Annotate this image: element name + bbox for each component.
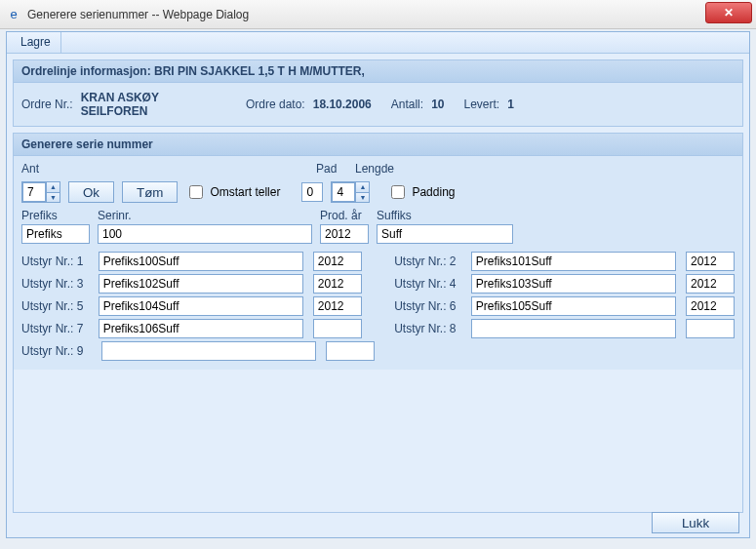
item-label: Utstyr Nr.: 7	[21, 322, 89, 335]
item-label: Utstyr Nr.: 5	[21, 299, 89, 313]
lengde-label: Lengde	[355, 162, 394, 176]
item-year-input[interactable]	[313, 274, 362, 294]
levert-value: 1	[507, 98, 514, 111]
item-year-input[interactable]	[686, 274, 735, 294]
item-label: Utstyr Nr.: 1	[21, 255, 89, 268]
dialog-footer: Lukk	[652, 512, 739, 533]
prodar-label: Prod. år	[320, 209, 369, 222]
ordre-dato-value: 18.10.2006	[313, 98, 372, 111]
padding-checkbox-input[interactable]	[391, 185, 405, 199]
lengde-stepper[interactable]: ▲ ▼	[331, 181, 370, 203]
item-year-input[interactable]	[313, 319, 362, 338]
item-year-input[interactable]	[686, 296, 735, 316]
ant-up-icon[interactable]: ▲	[46, 182, 60, 192]
ordre-nr-value: KRAN ASKØY SEILFOREN	[81, 91, 198, 118]
item-label: Utstyr Nr.: 9	[21, 344, 92, 358]
orderinfo-body: Ordre Nr.: KRAN ASKØY SEILFOREN Ordre da…	[14, 83, 742, 126]
lengde-down-icon[interactable]: ▼	[355, 192, 369, 203]
item-label: Utstyr Nr.: 3	[21, 277, 89, 291]
levert-label: Levert:	[463, 98, 499, 111]
tom-button[interactable]: Tøm	[122, 181, 178, 203]
antall-value: 10	[431, 98, 444, 111]
orderinfo-head-value: BRI PIN SJAKKEL 1,5 T H M/MUTTER,	[154, 64, 365, 78]
ordre-nr-label: Ordre Nr.:	[21, 98, 73, 111]
ok-button[interactable]: Ok	[68, 181, 114, 203]
item-serial-input[interactable]	[471, 274, 676, 294]
lukk-button[interactable]: Lukk	[652, 512, 739, 533]
padding-label: Padding	[412, 185, 455, 199]
item-label: Utstyr Nr.: 8	[394, 322, 461, 335]
menu-lagre[interactable]: Lagre	[11, 32, 61, 53]
prodar-input[interactable]	[320, 224, 369, 244]
lengde-up-icon[interactable]: ▲	[355, 182, 369, 192]
padding-checkbox[interactable]: Padding	[387, 182, 455, 202]
item-year-input[interactable]	[313, 252, 362, 271]
item-year-input[interactable]	[326, 341, 375, 361]
ant-down-icon[interactable]: ▼	[46, 192, 60, 203]
item-serial-input[interactable]	[471, 319, 676, 338]
omstart-checkbox[interactable]: Omstart teller	[185, 182, 280, 202]
omstart-checkbox-input[interactable]	[189, 185, 203, 199]
prefiks-input[interactable]	[21, 224, 90, 244]
antall-label: Antall:	[391, 98, 423, 111]
item-serial-input[interactable]	[101, 341, 316, 361]
item-serial-input[interactable]	[99, 319, 303, 338]
ordre-dato-label: Ordre dato:	[246, 98, 305, 111]
window-title: Generere serienummer -- Webpage Dialog	[27, 8, 750, 21]
suffiks-input[interactable]	[377, 224, 513, 244]
item-serial-input[interactable]	[471, 252, 676, 271]
ie-icon: e	[6, 7, 21, 22]
dialog-frame: Lagre Ordrelinje informasjon: BRI PIN SJ…	[6, 31, 750, 538]
item-serial-input[interactable]	[99, 252, 303, 271]
pad-label: Pad	[316, 162, 337, 176]
item-serial-input[interactable]	[99, 296, 303, 316]
menubar: Lagre	[7, 32, 749, 54]
ant-input[interactable]	[22, 182, 46, 202]
item-year-input[interactable]	[686, 252, 735, 271]
orderinfo-head-label: Ordrelinje informasjon:	[21, 64, 151, 78]
close-button[interactable]: ✕	[705, 2, 752, 23]
orderinfo-head: Ordrelinje informasjon: BRI PIN SJAKKEL …	[14, 60, 742, 83]
suffiks-label: Suffiks	[377, 209, 513, 222]
omstart-label: Omstart teller	[210, 185, 280, 199]
item-year-input[interactable]	[313, 296, 362, 316]
item-year-input[interactable]	[686, 319, 735, 338]
item-label: Utstyr Nr.: 4	[394, 277, 461, 291]
ant-label: Ant	[21, 162, 39, 176]
generate-section: Generere serie nummer Ant Pad Lengde	[13, 133, 743, 513]
generate-body: Ant Pad Lengde ▲ ▼ Ok T	[14, 156, 742, 370]
lengde-input[interactable]	[332, 182, 355, 202]
serienr-label: Serinr.	[98, 209, 312, 222]
pad-input[interactable]	[301, 182, 323, 202]
orderinfo-section: Ordrelinje informasjon: BRI PIN SJAKKEL …	[13, 59, 743, 127]
item-label: Utstyr Nr.: 2	[394, 255, 461, 268]
item-label: Utstyr Nr.: 6	[394, 299, 461, 313]
ant-stepper[interactable]: ▲ ▼	[21, 181, 60, 203]
generate-title: Generere serie nummer	[14, 134, 742, 156]
item-serial-input[interactable]	[99, 274, 303, 294]
prefiks-label: Prefiks	[21, 209, 90, 222]
item-serial-input[interactable]	[471, 296, 676, 316]
serienr-input[interactable]	[98, 224, 312, 244]
window-titlebar: e Generere serienummer -- Webpage Dialog…	[0, 0, 756, 29]
